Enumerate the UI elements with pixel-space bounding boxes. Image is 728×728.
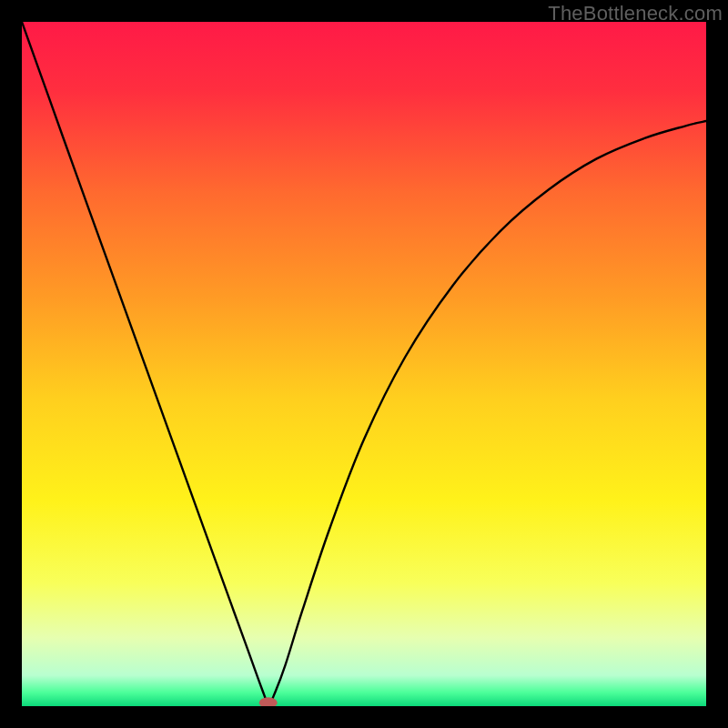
chart-frame: [22, 22, 706, 706]
chart-background-gradient: [22, 22, 706, 706]
bottleneck-chart: [22, 22, 706, 706]
